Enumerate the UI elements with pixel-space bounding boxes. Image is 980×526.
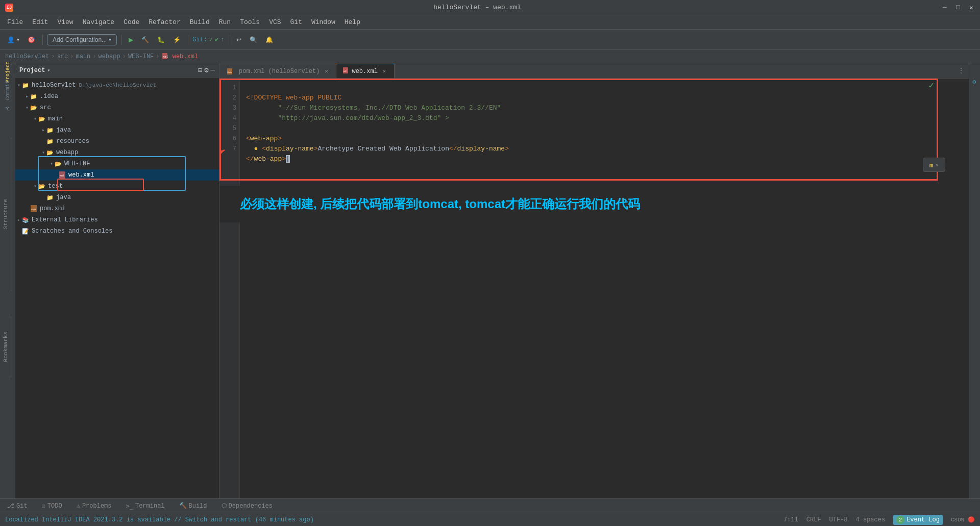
target-button[interactable]: 🎯 — [24, 33, 38, 47]
git-tick-icon: ✔ — [215, 36, 218, 43]
add-configuration-button[interactable]: Add Configuration... ▾ — [47, 34, 117, 45]
breadcrumb-main[interactable]: main — [76, 53, 90, 60]
tab-webxml[interactable]: xml web.xml ✕ — [336, 64, 394, 78]
svg-text:mvn: mvn — [31, 208, 36, 211]
menu-tools[interactable]: Tools — [236, 17, 264, 27]
menu-git[interactable]: Git — [286, 17, 306, 27]
tab-pom-close[interactable]: ✕ — [323, 68, 330, 75]
breadcrumb-webinf[interactable]: WEB-INF — [128, 53, 154, 60]
menu-refactor[interactable]: Refactor — [144, 17, 184, 27]
tree-item-java[interactable]: ▸ 📁 java — [15, 124, 219, 136]
close-button[interactable]: ✕ — [968, 4, 975, 11]
menu-navigate[interactable]: Navigate — [79, 17, 118, 27]
tree-item-src[interactable]: ▾ 📂 src — [15, 102, 219, 113]
bottom-tab-todo[interactable]: ☑ TODO — [39, 501, 65, 511]
java-folder-icon: 📁 — [46, 126, 54, 134]
tree-item-idea[interactable]: ▸ 📁 .idea — [15, 91, 219, 102]
menu-window[interactable]: Window — [307, 17, 339, 27]
tree-item-external-libs[interactable]: ▸ 📚 External Libraries — [15, 214, 219, 226]
bottom-tab-terminal[interactable]: >_ Terminal — [123, 502, 168, 511]
tree-item-helloservlet[interactable]: ▾ 📁 helloServlet D:\java-ee\helloServlet — [15, 80, 219, 91]
menu-vcs[interactable]: VCS — [265, 17, 285, 27]
cursor-position[interactable]: 7:11 — [783, 516, 798, 523]
xml-file-icon-tree: xml — [58, 171, 66, 179]
tree-item-webapp[interactable]: ▾ 📂 webapp — [15, 147, 219, 158]
structure-label[interactable]: Structure — [3, 199, 9, 229]
code-content[interactable]: <!DOCTYPE web-app PUBLIC "-//Sun Microsy… — [240, 79, 969, 498]
sidebar-icon-notifications[interactable]: ⚙ — [968, 76, 981, 89]
m-logo-close[interactable]: ✕ — [936, 162, 939, 168]
build-button[interactable]: 🔨 — [138, 33, 152, 47]
line-num-1: 1 — [219, 83, 236, 93]
project-dropdown-icon[interactable]: ▾ — [47, 67, 50, 73]
menu-edit[interactable]: Edit — [28, 17, 52, 27]
coverage-button[interactable]: ⚡ — [170, 33, 184, 47]
bottom-tab-problems[interactable]: ⚠ Problems — [74, 501, 115, 511]
tree-item-webxml[interactable]: xml web.xml — [15, 169, 219, 181]
breadcrumb-project[interactable]: helloServlet — [5, 53, 49, 60]
tree-label-resources: resources — [56, 138, 89, 145]
menu-code[interactable]: Code — [119, 17, 143, 27]
resources-folder-icon: 📁 — [46, 137, 54, 145]
tree-label-idea: .idea — [40, 93, 58, 100]
tab-webxml-close[interactable]: ✕ — [381, 68, 388, 75]
tree-label-ext: External Libraries — [32, 216, 98, 223]
event-log-badge[interactable]: 2 Event Log — [893, 515, 943, 525]
menu-build[interactable]: Build — [186, 17, 214, 27]
line-separator[interactable]: CRLF — [806, 516, 821, 523]
collapse-all-icon[interactable]: ⊟ — [198, 66, 202, 74]
profile-icon: 👤 — [7, 36, 15, 43]
debug-icon: 🐛 — [157, 36, 165, 43]
menu-run[interactable]: Run — [215, 17, 235, 27]
encoding[interactable]: UTF-8 — [829, 516, 848, 523]
menu-view[interactable]: View — [53, 17, 77, 27]
search-button[interactable]: 🔍 — [247, 33, 260, 47]
title-bar-left: IJ — [5, 4, 13, 12]
todo-icon: ☑ — [42, 502, 45, 510]
bottom-tab-git[interactable]: ⎇ Git — [4, 501, 31, 511]
tab-pom-icon: mvn — [226, 67, 234, 76]
sidebar-icon-project[interactable]: Project — [1, 65, 14, 79]
tree-item-test[interactable]: ▾ 📂 test — [15, 181, 219, 192]
bottom-tab-dependencies[interactable]: ⬡ Dependencies — [218, 501, 276, 511]
tree-arrow-ext: ▸ — [17, 217, 20, 223]
indent-size[interactable]: 4 spaces — [856, 516, 886, 523]
git-icon: ⎇ — [7, 502, 14, 510]
git-label: Git: — [192, 36, 207, 43]
bookmarks-label[interactable]: Bookmarks — [3, 332, 9, 362]
minimize-button[interactable]: ─ — [941, 4, 948, 11]
debug-button[interactable]: 🐛 — [154, 33, 168, 47]
tree-label-webapp: webapp — [56, 149, 78, 156]
tree-item-java2[interactable]: ▸ 📁 java — [15, 192, 219, 203]
tree-item-pom[interactable]: ▸ mvn pom.xml — [15, 203, 219, 214]
tree-item-resources[interactable]: ▸ 📁 resources — [15, 136, 219, 147]
tab-more-button[interactable]: ⋮ — [953, 66, 969, 75]
bottom-tab-build[interactable]: 🔨 Build — [176, 501, 210, 511]
menu-help[interactable]: Help — [340, 17, 364, 27]
undo-button[interactable]: ↩ — [233, 33, 244, 47]
csdn-link[interactable]: CSDN 🔴 — [951, 516, 975, 523]
tab-pom[interactable]: mvn pom.xml (helloServlet) ✕ — [219, 64, 336, 78]
sidebar-icon-commit[interactable]: Commit — [1, 84, 14, 97]
menu-file[interactable]: File — [3, 17, 27, 27]
tree-item-main[interactable]: ▾ 📂 main — [15, 113, 219, 124]
breadcrumb-webapp[interactable]: webapp — [98, 53, 120, 60]
profile-button[interactable]: 👤 ▾ — [4, 33, 22, 47]
hide-panel-icon[interactable]: — — [211, 66, 215, 74]
tree-item-scratches[interactable]: ▸ 📝 Scratches and Consoles — [15, 226, 219, 237]
status-bar: Localized IntelliJ IDEA 2021.3.2 is avai… — [0, 513, 980, 526]
test-folder-icon: 📂 — [38, 182, 46, 190]
structure-sidebar: Structure — [0, 138, 11, 291]
settings-icon[interactable]: ⚙ — [204, 66, 208, 74]
scratches-icon: 📝 — [21, 227, 30, 235]
breadcrumb-src[interactable]: src — [57, 53, 68, 60]
tree-label-pom: pom.xml — [40, 205, 65, 212]
sidebar-icon-vcs[interactable]: ⌥ — [1, 102, 14, 115]
code-line-1-doctype: <!DOCTYPE web-app PUBLIC — [246, 94, 341, 102]
tree-item-webinf[interactable]: ▾ 📂 WEB-INF — [15, 158, 219, 169]
run-button[interactable]: ▶ — [126, 33, 136, 47]
maximize-button[interactable]: □ — [954, 4, 962, 11]
ext-libs-icon: 📚 — [21, 216, 30, 224]
update-button[interactable]: 🔔 — [262, 33, 276, 47]
event-log-label: Event Log — [906, 516, 940, 523]
